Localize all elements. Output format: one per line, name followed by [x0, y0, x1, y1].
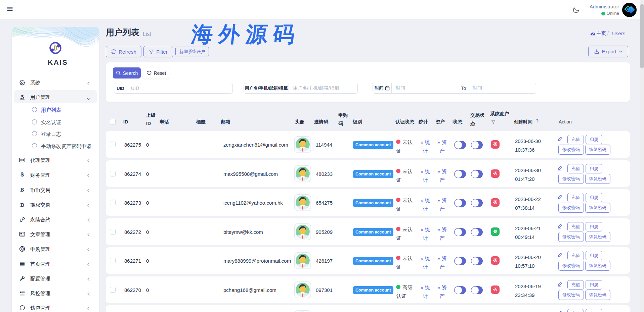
svg-text:✓: ✓	[23, 97, 24, 99]
svg-text:₿: ₿	[53, 45, 57, 52]
